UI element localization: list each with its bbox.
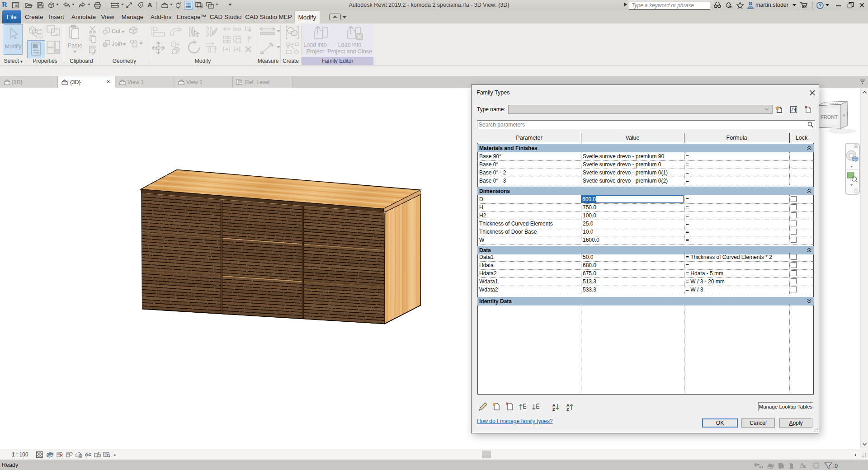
svg-text:Z: Z <box>552 407 555 412</box>
svg-text::0: :0 <box>833 463 838 469</box>
svg-text:R: R <box>843 113 846 118</box>
svg-text:Z: Z <box>566 407 569 412</box>
svg-text:?: ? <box>819 3 821 8</box>
svg-text:FRONT: FRONT <box>821 114 838 120</box>
